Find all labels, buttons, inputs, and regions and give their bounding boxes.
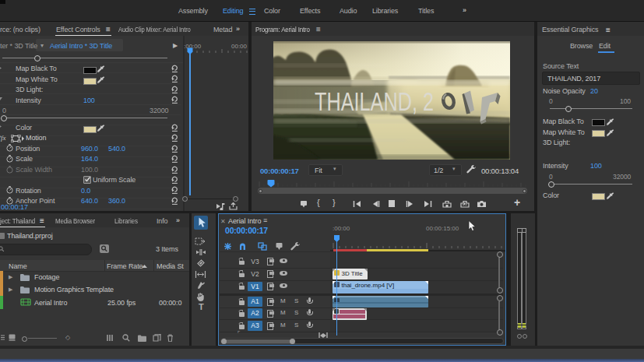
svg-text:THAILAND, 2: THAILAND, 2	[315, 87, 434, 116]
